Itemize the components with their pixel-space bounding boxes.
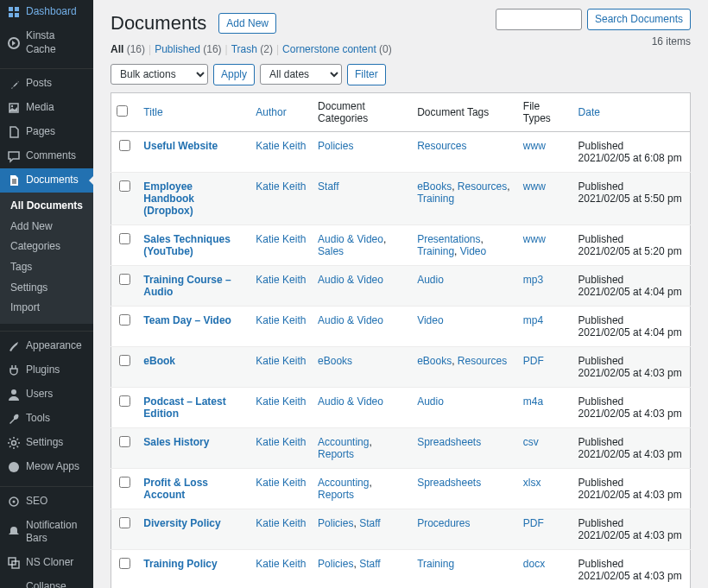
select-all-checkbox[interactable] bbox=[117, 105, 128, 117]
tag-link[interactable]: Audio bbox=[417, 274, 444, 286]
row-checkbox[interactable] bbox=[119, 477, 130, 488]
tag-link[interactable]: eBooks bbox=[417, 355, 452, 367]
date-filter-select[interactable]: All dates bbox=[260, 64, 342, 85]
author-link[interactable]: Katie Keith bbox=[256, 274, 306, 286]
doc-title-link[interactable]: Profit & Loss Account bbox=[143, 477, 208, 501]
tag-link[interactable]: eBooks bbox=[417, 180, 452, 193]
filetype-link[interactable]: mp3 bbox=[523, 274, 543, 286]
category-link[interactable]: Audio & Video bbox=[318, 395, 383, 408]
search-input[interactable] bbox=[496, 9, 582, 30]
filetype-link[interactable]: PDF bbox=[523, 517, 544, 529]
view-published[interactable]: Published bbox=[155, 43, 200, 55]
sidebar-item-notification-bars[interactable]: Notification Bars bbox=[0, 514, 93, 551]
submenu-item-categories[interactable]: Categories bbox=[0, 237, 93, 257]
row-checkbox[interactable] bbox=[119, 233, 130, 244]
doc-title-link[interactable]: Sales History bbox=[143, 436, 209, 448]
category-link[interactable]: Staff bbox=[318, 180, 338, 193]
sidebar-item-pages[interactable]: Pages bbox=[0, 120, 93, 144]
sidebar-item-posts[interactable]: Posts bbox=[0, 72, 93, 96]
author-link[interactable]: Katie Keith bbox=[256, 180, 306, 193]
author-link[interactable]: Katie Keith bbox=[256, 436, 306, 448]
sidebar-item-media[interactable]: Media bbox=[0, 96, 93, 120]
sidebar-item-seo[interactable]: SEO bbox=[0, 490, 93, 514]
filetype-link[interactable]: docx bbox=[523, 558, 545, 570]
doc-title-link[interactable]: Podcast – Latest Edition bbox=[143, 395, 225, 420]
category-link[interactable]: Staff bbox=[359, 517, 380, 529]
view-trash[interactable]: Trash bbox=[231, 43, 257, 55]
view-cornerstone-content[interactable]: Cornerstone content bbox=[282, 43, 376, 55]
filetype-link[interactable]: www bbox=[523, 233, 546, 245]
tag-link[interactable]: Audio bbox=[417, 395, 444, 408]
sidebar-item-dashboard[interactable]: Dashboard bbox=[0, 0, 93, 24]
col-author[interactable]: Author bbox=[256, 106, 286, 118]
apply-button[interactable]: Apply bbox=[213, 64, 255, 85]
category-link[interactable]: Audio & Video bbox=[318, 314, 383, 326]
search-documents-button[interactable]: Search Documents bbox=[587, 9, 691, 30]
doc-title-link[interactable]: Training Course – Audio bbox=[143, 274, 231, 298]
tag-link[interactable]: Resources bbox=[458, 355, 507, 367]
submenu-item-settings[interactable]: Settings bbox=[0, 278, 93, 299]
author-link[interactable]: Katie Keith bbox=[256, 140, 306, 152]
row-checkbox[interactable] bbox=[119, 395, 130, 407]
author-link[interactable]: Katie Keith bbox=[256, 314, 306, 326]
doc-title-link[interactable]: eBook bbox=[143, 355, 175, 367]
category-link[interactable]: Staff bbox=[359, 558, 380, 570]
tag-link[interactable]: Resources bbox=[417, 140, 466, 152]
sidebar-item-documents[interactable]: Documents bbox=[0, 168, 93, 193]
sidebar-item-appearance[interactable]: Appearance bbox=[0, 334, 93, 358]
filetype-link[interactable]: mp4 bbox=[523, 314, 543, 326]
filetype-link[interactable]: PDF bbox=[523, 355, 544, 367]
sidebar-item-tools[interactable]: Tools bbox=[0, 407, 93, 431]
submenu-item-add-new[interactable]: Add New bbox=[0, 217, 93, 237]
tag-link[interactable]: Procedures bbox=[417, 517, 470, 529]
doc-title-link[interactable]: Employee Handbook (Dropbox) bbox=[143, 180, 194, 217]
sidebar-item-users[interactable]: Users bbox=[0, 383, 93, 407]
row-checkbox[interactable] bbox=[119, 180, 130, 192]
submenu-item-all-documents[interactable]: All Documents bbox=[0, 196, 93, 217]
add-new-button[interactable]: Add New bbox=[218, 13, 276, 35]
bulk-actions-select[interactable]: Bulk actions bbox=[111, 64, 208, 85]
filetype-link[interactable]: csv bbox=[523, 436, 539, 448]
row-checkbox[interactable] bbox=[119, 517, 130, 528]
sidebar-item-meow-apps[interactable]: Meow Apps bbox=[0, 455, 93, 479]
col-title[interactable]: Title bbox=[143, 106, 162, 118]
category-link[interactable]: Reports bbox=[318, 489, 354, 501]
tag-link[interactable]: Resources bbox=[458, 180, 507, 193]
sidebar-item-comments[interactable]: Comments bbox=[0, 144, 93, 168]
tag-link[interactable]: Video bbox=[417, 314, 443, 326]
tag-link[interactable]: Video bbox=[460, 245, 486, 257]
filetype-link[interactable]: www bbox=[523, 180, 546, 193]
tag-link[interactable]: Training bbox=[417, 193, 454, 205]
filter-button[interactable]: Filter bbox=[347, 64, 386, 85]
sidebar-item-plugins[interactable]: Plugins bbox=[0, 358, 93, 383]
category-link[interactable]: Policies bbox=[318, 517, 353, 529]
category-link[interactable]: Accounting bbox=[318, 436, 369, 448]
row-checkbox[interactable] bbox=[119, 274, 130, 285]
doc-title-link[interactable]: Training Policy bbox=[143, 558, 217, 570]
filetype-link[interactable]: www bbox=[523, 140, 546, 152]
author-link[interactable]: Katie Keith bbox=[256, 477, 306, 489]
category-link[interactable]: Reports bbox=[318, 448, 354, 460]
tag-link[interactable]: Spreadsheets bbox=[417, 436, 481, 448]
author-link[interactable]: Katie Keith bbox=[256, 355, 306, 367]
doc-title-link[interactable]: Team Day – Video bbox=[143, 314, 231, 326]
category-link[interactable]: Policies bbox=[318, 140, 353, 152]
tag-link[interactable]: Presentations bbox=[417, 233, 480, 245]
tag-link[interactable]: Spreadsheets bbox=[417, 477, 481, 489]
category-link[interactable]: Sales bbox=[318, 245, 344, 257]
sidebar-item-kinsta-cache[interactable]: Kinsta Cache bbox=[0, 24, 93, 61]
submenu-item-tags[interactable]: Tags bbox=[0, 257, 93, 278]
col-date[interactable]: Date bbox=[578, 106, 600, 118]
row-checkbox[interactable] bbox=[119, 558, 130, 569]
category-link[interactable]: Audio & Video bbox=[318, 274, 383, 286]
author-link[interactable]: Katie Keith bbox=[256, 395, 306, 408]
filetype-link[interactable]: xlsx bbox=[523, 477, 541, 489]
category-link[interactable]: Accounting bbox=[318, 477, 369, 489]
tag-link[interactable]: Training bbox=[417, 558, 454, 570]
row-checkbox[interactable] bbox=[119, 355, 130, 366]
sidebar-item-ns-cloner[interactable]: NS Cloner bbox=[0, 551, 93, 575]
row-checkbox[interactable] bbox=[119, 436, 130, 447]
sidebar-item-collapse-menu[interactable]: Collapse menu bbox=[0, 575, 93, 588]
row-checkbox[interactable] bbox=[119, 140, 130, 151]
doc-title-link[interactable]: Diversity Policy bbox=[143, 517, 220, 529]
